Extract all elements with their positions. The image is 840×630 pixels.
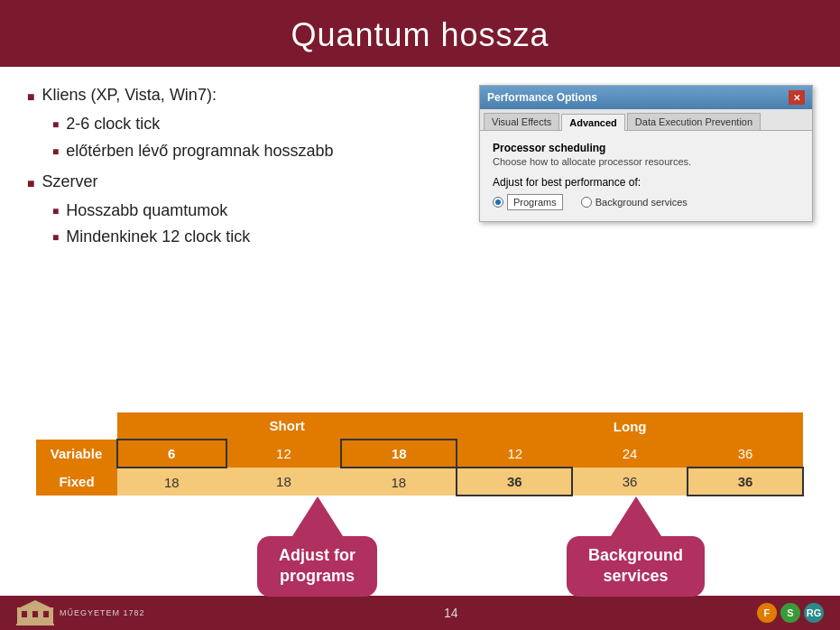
th-long: Long — [457, 412, 803, 440]
slide: Quantum hossza ■ Kliens (XP, Vista, Win7… — [0, 0, 840, 630]
table-row-fixed: Fixed 18 18 18 36 — [36, 468, 803, 496]
dialog-close-button[interactable]: ✕ — [789, 90, 805, 105]
fixed-long-2: 36 — [688, 468, 803, 496]
radio-programs[interactable]: Programs — [493, 194, 563, 210]
tab-visual-effects[interactable]: Visual Effects — [484, 113, 559, 130]
footer-icon-s: S — [780, 603, 800, 623]
bullet-szerver: ■ Szerver — [27, 170, 461, 195]
sub-item-1: ■ 2-6 clock tick — [52, 112, 461, 137]
fixed-long-0: 36 — [457, 468, 572, 496]
variable-label-text: Variable — [51, 446, 103, 461]
quantum-table: Short Long Variable 6 — [36, 412, 804, 496]
title-text: Quantum hossza — [291, 16, 549, 53]
sub-item-4: ■ Mindenkinek 12 clock tick — [52, 225, 461, 250]
footer-logo-text: MŰEGYETEM 1782 — [60, 608, 145, 617]
radio-background-label: Background services — [595, 197, 688, 208]
radio-group: Programs Background services — [493, 194, 799, 210]
radio-programs-label: Programs — [507, 194, 563, 210]
callout-adjust: Adjust forprograms — [257, 496, 377, 597]
variable-long-0-val: 12 — [507, 446, 522, 461]
processor-scheduling-title: Processor scheduling — [493, 142, 799, 154]
sub-item-3: ■ Hosszabb quamtumok — [52, 199, 461, 224]
footer-icon-f: F — [757, 603, 777, 623]
callout-background-text: Backgroundservices — [588, 546, 683, 585]
dialog-tabs: Visual Effects Advanced Data Execution P… — [480, 109, 812, 131]
svg-rect-4 — [32, 611, 38, 617]
footer-icon-rg: RG — [804, 603, 824, 623]
footer-icon-rg-label: RG — [807, 607, 822, 618]
variable-long-2-val: 36 — [738, 446, 753, 461]
sub-item-2: ■ előtérben lévő programnak hosszabb — [52, 139, 461, 164]
top-section: ■ Kliens (XP, Vista, Win7): ■ 2-6 clock … — [27, 79, 813, 402]
svg-marker-1 — [611, 496, 661, 536]
svg-rect-7 — [16, 624, 54, 625]
fixed-short-0-val: 18 — [164, 475, 180, 490]
callout-adjust-text: Adjust forprograms — [279, 546, 355, 585]
svg-marker-6 — [16, 600, 54, 609]
bullet-szerver-text: Szerver — [42, 170, 461, 195]
table-section: Short Long Variable 6 — [27, 412, 813, 496]
university-logo-icon — [16, 600, 54, 625]
svg-rect-5 — [43, 611, 49, 617]
variable-short-0-val: 6 — [168, 446, 175, 461]
variable-short-2: 18 — [341, 440, 457, 468]
variable-long-1: 24 — [572, 440, 688, 468]
fixed-label-text: Fixed — [59, 474, 94, 489]
footer-icons: F S RG — [757, 603, 824, 623]
szerver-sublist: ■ Hosszabb quamtumok ■ Mindenkinek 12 cl… — [52, 199, 461, 251]
bullet-kliens-text: Kliens (XP, Vista, Win7): — [42, 83, 461, 108]
variable-long-0: 12 — [457, 440, 572, 468]
radio-background-btn[interactable] — [581, 197, 592, 208]
fixed-short-1-val: 18 — [276, 474, 291, 489]
table-row-variable: Variable 6 12 18 12 — [36, 440, 803, 468]
fixed-long-2-val: 36 — [738, 474, 753, 489]
footer-icon-f-label: F — [764, 607, 771, 618]
processor-scheduling-desc: Choose how to allocate processor resourc… — [493, 156, 799, 167]
fixed-long-1-val: 36 — [623, 474, 638, 489]
arrow-adjust — [292, 496, 343, 536]
tab-advanced[interactable]: Advanced — [561, 114, 625, 131]
bullet-icon-1: ■ — [27, 88, 34, 107]
sub-text-2: előtérben lévő programnak hosszabb — [66, 139, 461, 164]
sub-bullet-3: ■ — [52, 203, 59, 220]
th-short: Short — [117, 412, 457, 440]
radio-programs-btn[interactable] — [493, 197, 503, 208]
left-content: ■ Kliens (XP, Vista, Win7): ■ 2-6 clock … — [27, 79, 461, 402]
sub-text-1: 2-6 clock tick — [66, 112, 461, 137]
fixed-label: Fixed — [36, 468, 117, 496]
bullet-kliens: ■ Kliens (XP, Vista, Win7): — [27, 83, 461, 108]
th-empty — [36, 412, 117, 440]
slide-body: ■ Kliens (XP, Vista, Win7): ■ 2-6 clock … — [0, 67, 840, 596]
fixed-long-0-val: 36 — [507, 474, 522, 489]
callout-background: Backgroundservices — [567, 496, 705, 597]
dialog-titlebar: Performance Options ✕ — [480, 86, 812, 109]
variable-label: Variable — [36, 440, 117, 468]
footer-page-number: 14 — [444, 606, 458, 620]
sub-text-4: Mindenkinek 12 clock tick — [66, 225, 461, 250]
fixed-short-2-val: 18 — [392, 475, 407, 490]
col-short-label: Short — [270, 418, 305, 433]
sub-bullet-4: ■ — [52, 229, 59, 246]
variable-short-0: 6 — [117, 440, 226, 468]
variable-short-2-val: 18 — [392, 446, 407, 461]
sub-text-3: Hosszabb quamtumok — [66, 199, 461, 224]
variable-long-1-val: 24 — [623, 446, 638, 461]
tab-dep-label: Data Execution Prevention — [635, 116, 752, 127]
footer-icon-s-label: S — [787, 607, 793, 618]
callout-background-bubble: Backgroundservices — [567, 536, 705, 597]
tab-dep[interactable]: Data Execution Prevention — [627, 113, 761, 130]
perf-dialog: Performance Options ✕ Visual Effects Adv… — [479, 85, 813, 222]
bullet-icon-2: ■ — [27, 174, 34, 194]
radio-background[interactable]: Background services — [581, 194, 688, 210]
callout-adjust-bubble: Adjust forprograms — [257, 536, 377, 597]
variable-short-1: 12 — [226, 440, 342, 468]
fixed-long-1: 36 — [572, 468, 688, 496]
dialog-content: Processor scheduling Choose how to alloc… — [480, 131, 812, 221]
fixed-short-0: 18 — [117, 468, 226, 496]
dialog-title: Performance Options — [487, 91, 597, 104]
svg-rect-3 — [22, 611, 27, 617]
variable-short-1-val: 12 — [276, 446, 291, 461]
arrow-background — [611, 496, 661, 536]
adjust-label: Adjust for best performance of: — [493, 176, 799, 189]
fixed-short-1: 18 — [226, 468, 342, 496]
